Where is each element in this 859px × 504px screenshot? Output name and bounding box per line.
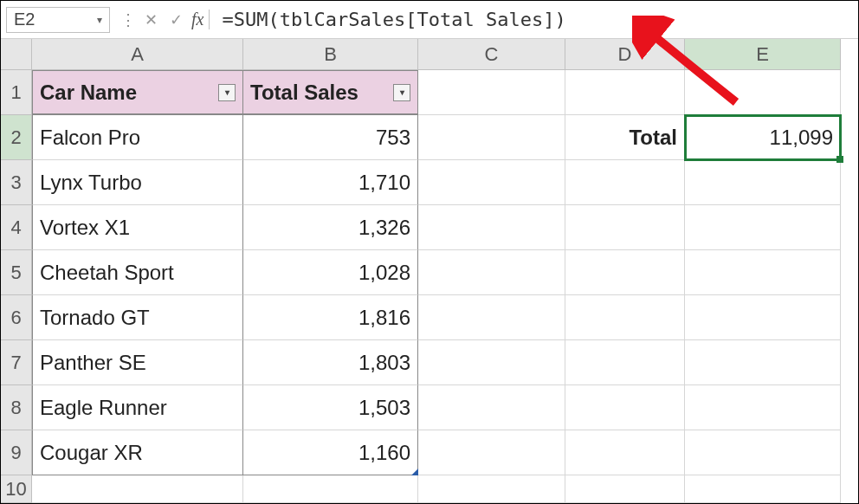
- cell-E1[interactable]: [685, 70, 841, 115]
- cell-A7[interactable]: Panther SE: [32, 340, 243, 385]
- column-header-E[interactable]: E: [685, 39, 841, 70]
- cell-C2[interactable]: [418, 115, 565, 160]
- cell-A6[interactable]: Tornado GT: [32, 295, 243, 340]
- header-text-car-name: Car Name: [40, 81, 137, 105]
- formula-text: =SUM(tblCarSales[Total Sales]): [222, 9, 565, 30]
- filter-button-total-sales[interactable]: ▾: [393, 84, 410, 101]
- row-header-1[interactable]: 1: [1, 70, 32, 115]
- column-header-C[interactable]: C: [418, 39, 565, 70]
- spreadsheet-grid: A B C D E 1 2 3 4 5 6 7 8 9 10: [1, 39, 858, 503]
- cell-D4[interactable]: [565, 205, 685, 250]
- table-header-total-sales[interactable]: Total Sales ▾: [243, 70, 418, 115]
- cell-C9[interactable]: [418, 430, 565, 475]
- cell-B5[interactable]: 1,028: [243, 250, 418, 295]
- cell-A2[interactable]: Falcon Pro: [32, 115, 243, 160]
- cell-B7[interactable]: 1,803: [243, 340, 418, 385]
- cell-D3[interactable]: [565, 160, 685, 205]
- cell-B9[interactable]: 1,160: [243, 430, 418, 475]
- cell-E4[interactable]: [685, 205, 841, 250]
- row-header-8[interactable]: 8: [1, 385, 32, 430]
- cell-B10[interactable]: [243, 475, 418, 503]
- formula-bar-buttons: ⋮ ✕ ✓ fx: [110, 10, 216, 29]
- row-header-6[interactable]: 6: [1, 295, 32, 340]
- cancel-formula-button[interactable]: ✕: [141, 10, 161, 29]
- cell-E2-total-value[interactable]: 11,099: [685, 115, 841, 160]
- cell-C4[interactable]: [418, 205, 565, 250]
- cell-B9-text: 1,160: [358, 441, 410, 465]
- filter-button-car-name[interactable]: ▾: [218, 84, 236, 101]
- header-text-total-sales: Total Sales: [250, 81, 358, 105]
- cell-D10[interactable]: [565, 475, 685, 503]
- cell-A8[interactable]: Eagle Runner: [32, 385, 243, 430]
- formula-input[interactable]: =SUM(tblCarSales[Total Sales]): [216, 7, 853, 33]
- cell-D8[interactable]: [565, 385, 685, 430]
- cell-C6[interactable]: [418, 295, 565, 340]
- row-header-4[interactable]: 4: [1, 205, 32, 250]
- cell-D7[interactable]: [565, 340, 685, 385]
- cell-D6[interactable]: [565, 295, 685, 340]
- cell-C8[interactable]: [418, 385, 565, 430]
- cell-A9[interactable]: Cougar XR: [32, 430, 243, 475]
- cell-D1[interactable]: [565, 70, 685, 115]
- formula-bar: E2 ▾ ⋮ ✕ ✓ fx =SUM(tblCarSales[Total Sal…: [1, 1, 858, 39]
- cell-E8[interactable]: [685, 385, 841, 430]
- cell-B6[interactable]: 1,816: [243, 295, 418, 340]
- cell-A5[interactable]: Cheetah Sport: [32, 250, 243, 295]
- cell-A4[interactable]: Vortex X1: [32, 205, 243, 250]
- cell-E3[interactable]: [685, 160, 841, 205]
- table-resize-handle[interactable]: [411, 468, 418, 475]
- cell-A10[interactable]: [32, 475, 243, 503]
- total-value-text: 11,099: [770, 126, 833, 150]
- name-box[interactable]: E2 ▾: [6, 7, 110, 33]
- column-header-D[interactable]: D: [565, 39, 685, 70]
- cell-C5[interactable]: [418, 250, 565, 295]
- cell-D5[interactable]: [565, 250, 685, 295]
- chevron-down-icon[interactable]: ▾: [97, 14, 102, 26]
- cell-C3[interactable]: [418, 160, 565, 205]
- selection-fill-handle[interactable]: [836, 156, 843, 163]
- fx-icon[interactable]: fx: [191, 10, 210, 29]
- enter-formula-button[interactable]: ✓: [166, 10, 186, 29]
- row-header-3[interactable]: 3: [1, 160, 32, 205]
- column-header-B[interactable]: B: [243, 39, 418, 70]
- name-box-value: E2: [14, 10, 35, 29]
- divider-icon: ⋮: [120, 10, 136, 29]
- row-header-7[interactable]: 7: [1, 340, 32, 385]
- row-header-5[interactable]: 5: [1, 250, 32, 295]
- cell-C1[interactable]: [418, 70, 565, 115]
- cells-area: Car Name ▾ Total Sales ▾ Falcon Pro 753: [32, 70, 841, 503]
- cell-C7[interactable]: [418, 340, 565, 385]
- row-header-2[interactable]: 2: [1, 115, 32, 160]
- row-headers: 1 2 3 4 5 6 7 8 9 10: [1, 70, 32, 503]
- cell-C10[interactable]: [418, 475, 565, 503]
- cell-B4[interactable]: 1,326: [243, 205, 418, 250]
- cell-B2[interactable]: 753: [243, 115, 418, 160]
- column-headers: A B C D E: [32, 39, 841, 70]
- table-header-car-name[interactable]: Car Name ▾: [32, 70, 243, 115]
- cell-E5[interactable]: [685, 250, 841, 295]
- cell-E10[interactable]: [685, 475, 841, 503]
- cell-D9[interactable]: [565, 430, 685, 475]
- cell-B3[interactable]: 1,710: [243, 160, 418, 205]
- select-all-corner[interactable]: [1, 39, 32, 70]
- cell-E9[interactable]: [685, 430, 841, 475]
- cell-D2-total-label[interactable]: Total: [565, 115, 685, 160]
- row-header-10[interactable]: 10: [1, 475, 32, 503]
- cell-B8[interactable]: 1,503: [243, 385, 418, 430]
- cell-A3[interactable]: Lynx Turbo: [32, 160, 243, 205]
- cell-E6[interactable]: [685, 295, 841, 340]
- row-header-9[interactable]: 9: [1, 430, 32, 475]
- column-header-A[interactable]: A: [32, 39, 243, 70]
- cell-E7[interactable]: [685, 340, 841, 385]
